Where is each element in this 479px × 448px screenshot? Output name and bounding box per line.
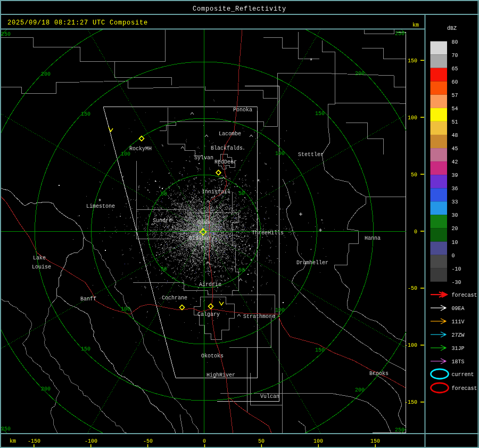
- svg-text:Sundre: Sundre: [153, 218, 172, 224]
- svg-text:50: 50: [238, 191, 245, 197]
- svg-text:RedDeer: RedDeer: [214, 159, 237, 165]
- svg-text:Cochrane: Cochrane: [162, 295, 187, 301]
- svg-text:Airdrie: Airdrie: [199, 282, 221, 288]
- svg-text:0: 0: [203, 438, 206, 444]
- svg-text:0: 0: [414, 229, 417, 235]
- svg-text:100: 100: [121, 151, 130, 157]
- svg-text:250: 250: [395, 31, 404, 37]
- svg-text:Ponoka: Ponoka: [233, 107, 252, 113]
- svg-text:50: 50: [411, 172, 417, 178]
- svg-text:10: 10: [452, 240, 458, 246]
- svg-text:50: 50: [161, 191, 167, 197]
- svg-text:-150: -150: [28, 438, 40, 444]
- svg-text:Composite_Reflectivity: Composite_Reflectivity: [193, 5, 286, 13]
- svg-text:Didsbury: Didsbury: [189, 235, 214, 241]
- svg-text:100: 100: [275, 151, 285, 157]
- svg-text:30: 30: [452, 213, 458, 218]
- svg-text:Banff: Banff: [80, 296, 96, 302]
- svg-text:27ZW: 27ZW: [452, 332, 465, 338]
- svg-text:-50: -50: [143, 438, 153, 444]
- svg-text:Innisfail: Innisfail: [202, 189, 230, 195]
- svg-text:*: *: [309, 58, 313, 65]
- svg-text:31JP: 31JP: [452, 346, 465, 352]
- svg-text:57: 57: [452, 93, 458, 99]
- svg-text:*: *: [98, 198, 102, 206]
- svg-text:65: 65: [452, 66, 458, 72]
- svg-text:Olds: Olds: [197, 219, 210, 225]
- svg-text:Louise: Louise: [32, 264, 51, 270]
- svg-text:200: 200: [355, 71, 365, 77]
- svg-text:forecast: forecast: [452, 292, 477, 298]
- svg-text:ThreeHills: ThreeHills: [252, 230, 284, 236]
- svg-text:Drumheller: Drumheller: [296, 260, 328, 266]
- svg-text:51: 51: [452, 119, 458, 125]
- svg-text:150: 150: [81, 111, 90, 117]
- svg-text:km: km: [412, 22, 419, 28]
- svg-text:HighRiver: HighRiver: [207, 372, 235, 378]
- svg-text:50: 50: [258, 438, 265, 444]
- svg-text:50: 50: [161, 266, 167, 272]
- svg-text:Blackfalds: Blackfalds: [211, 145, 243, 151]
- svg-text:forecast: forecast: [452, 386, 477, 392]
- svg-text:18TS: 18TS: [452, 359, 465, 365]
- svg-text:150: 150: [81, 346, 90, 352]
- svg-text:-10: -10: [452, 266, 461, 272]
- svg-text:250: 250: [1, 31, 11, 37]
- svg-text:80: 80: [452, 39, 458, 45]
- svg-text:111V: 111V: [452, 319, 465, 325]
- svg-text:150: 150: [370, 438, 380, 444]
- svg-text:Okotoks: Okotoks: [201, 353, 224, 359]
- svg-text:Sylvan: Sylvan: [194, 155, 213, 161]
- svg-text:42: 42: [452, 159, 458, 165]
- svg-text:100: 100: [275, 307, 285, 313]
- svg-text:Stettler: Stettler: [298, 152, 324, 158]
- svg-text:100: 100: [313, 438, 323, 444]
- svg-text:20: 20: [452, 226, 458, 232]
- svg-text:50: 50: [238, 267, 245, 273]
- svg-text:150: 150: [315, 111, 325, 117]
- svg-text:60: 60: [452, 79, 458, 85]
- svg-text:-50: -50: [408, 286, 417, 291]
- svg-text:Lacombe: Lacombe: [219, 131, 241, 137]
- svg-text:0: 0: [452, 253, 455, 259]
- svg-text:36: 36: [452, 186, 458, 192]
- svg-text:-100: -100: [404, 343, 417, 348]
- svg-text:09EA: 09EA: [452, 306, 465, 312]
- svg-text:150: 150: [408, 58, 417, 64]
- svg-text:Strathmore: Strathmore: [243, 314, 275, 320]
- svg-text:150: 150: [315, 347, 325, 353]
- svg-text:200: 200: [41, 71, 51, 77]
- svg-text:200: 200: [41, 386, 51, 392]
- svg-text:200: 200: [355, 387, 365, 393]
- svg-text:100: 100: [121, 306, 130, 312]
- svg-text:*: *: [257, 178, 260, 186]
- svg-text:54: 54: [452, 106, 458, 112]
- svg-text:-100: -100: [85, 438, 97, 444]
- svg-text:100: 100: [408, 115, 417, 121]
- svg-text:Hanna: Hanna: [365, 235, 381, 241]
- svg-text:39: 39: [452, 173, 458, 178]
- svg-text:Vulcan: Vulcan: [260, 394, 279, 400]
- svg-text:70: 70: [452, 53, 458, 59]
- svg-text:Lake: Lake: [33, 255, 46, 261]
- svg-text:2025/09/18 08:21:27 UTC Compos: 2025/09/18 08:21:27 UTC Composite: [7, 19, 148, 27]
- svg-text:dBZ: dBZ: [447, 26, 457, 31]
- svg-text:-30: -30: [452, 280, 461, 286]
- svg-text:RockyMH: RockyMH: [129, 146, 152, 152]
- svg-text:-150: -150: [404, 400, 417, 405]
- svg-text:Brooks: Brooks: [369, 371, 389, 377]
- svg-text:250: 250: [1, 426, 11, 432]
- svg-text:Calgary: Calgary: [197, 312, 220, 317]
- svg-text:48: 48: [452, 133, 458, 139]
- svg-text:45: 45: [452, 146, 458, 152]
- svg-text:km: km: [10, 438, 16, 444]
- svg-text:33: 33: [452, 199, 458, 205]
- svg-text:250: 250: [395, 427, 404, 433]
- svg-text:current: current: [452, 372, 474, 378]
